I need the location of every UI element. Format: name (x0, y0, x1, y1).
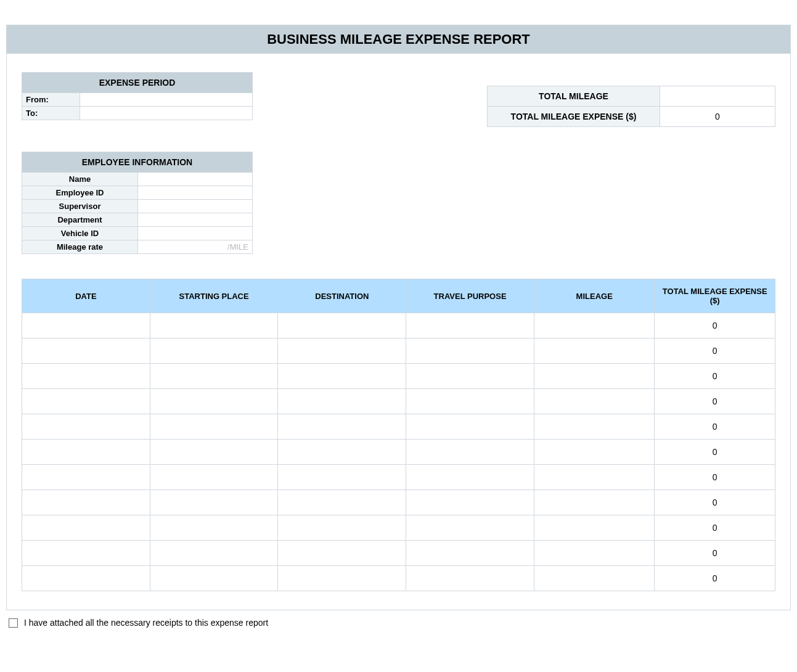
date-cell[interactable] (22, 515, 150, 541)
period-to-input[interactable] (84, 109, 248, 118)
purpose-cell[interactable] (406, 364, 534, 389)
date-cell[interactable] (22, 490, 150, 515)
employee-row-value[interactable] (138, 213, 252, 226)
table-row: 0 (22, 440, 775, 465)
mileage-cell[interactable] (534, 389, 655, 414)
dest-cell[interactable] (278, 490, 406, 515)
total-cell: 0 (655, 566, 775, 591)
dest-cell[interactable] (278, 440, 406, 465)
top-section: EXPENSE PERIOD From: To: TOTAL MILEAGE T… (22, 72, 775, 127)
employee-row-value[interactable] (138, 200, 252, 213)
dest-cell[interactable] (278, 465, 406, 490)
total-cell: 0 (655, 364, 775, 389)
purpose-cell[interactable] (406, 338, 534, 364)
employee-info-header: EMPLOYEE INFORMATION (22, 152, 253, 173)
employee-row-label: Vehicle ID (22, 227, 138, 240)
purpose-cell[interactable] (406, 566, 534, 591)
dest-cell[interactable] (278, 541, 406, 566)
purpose-cell[interactable] (406, 515, 534, 541)
start-cell[interactable] (150, 338, 278, 364)
mileage-cell[interactable] (534, 338, 655, 364)
employee-row: Employee ID (22, 186, 253, 200)
start-cell[interactable] (150, 566, 278, 591)
date-cell[interactable] (22, 566, 150, 591)
mileage-cell[interactable] (534, 490, 655, 515)
employee-row: Mileage rate/MILE (22, 240, 253, 254)
purpose-cell[interactable] (406, 414, 534, 440)
total-cell: 0 (655, 338, 775, 364)
period-to-value[interactable] (80, 107, 252, 120)
dest-cell[interactable] (278, 389, 406, 414)
start-cell[interactable] (150, 490, 278, 515)
date-cell[interactable] (22, 389, 150, 414)
start-cell[interactable] (150, 515, 278, 541)
mileage-cell[interactable] (534, 541, 655, 566)
period-to-row: To: (22, 107, 253, 120)
employee-row-value[interactable] (138, 186, 252, 199)
dest-cell[interactable] (278, 364, 406, 389)
mileage-column-header: TRAVEL PURPOSE (406, 279, 534, 313)
dest-cell[interactable] (278, 313, 406, 338)
table-row: 0 (22, 389, 775, 414)
employee-row-value[interactable] (138, 173, 252, 186)
total-cell: 0 (655, 313, 775, 338)
report-content: EXPENSE PERIOD From: To: TOTAL MILEAGE T… (7, 54, 790, 610)
purpose-cell[interactable] (406, 465, 534, 490)
period-from-row: From: (22, 93, 253, 107)
table-row: 0 (22, 515, 775, 541)
employee-row: Department (22, 213, 253, 227)
expense-period-box: EXPENSE PERIOD From: To: (22, 72, 253, 120)
total-cell: 0 (655, 414, 775, 440)
date-cell[interactable] (22, 440, 150, 465)
start-cell[interactable] (150, 414, 278, 440)
start-cell[interactable] (150, 389, 278, 414)
employee-row-value[interactable]: /MILE (138, 240, 252, 253)
expense-period-header: EXPENSE PERIOD (22, 72, 253, 93)
date-cell[interactable] (22, 364, 150, 389)
start-cell[interactable] (150, 465, 278, 490)
dest-cell[interactable] (278, 515, 406, 541)
dest-cell[interactable] (278, 566, 406, 591)
purpose-cell[interactable] (406, 490, 534, 515)
start-cell[interactable] (150, 440, 278, 465)
purpose-cell[interactable] (406, 440, 534, 465)
table-row: 0 (22, 338, 775, 364)
date-cell[interactable] (22, 338, 150, 364)
date-cell[interactable] (22, 541, 150, 566)
date-cell[interactable] (22, 313, 150, 338)
purpose-cell[interactable] (406, 389, 534, 414)
total-mileage-value (660, 86, 775, 106)
total-cell: 0 (655, 389, 775, 414)
mileage-cell[interactable] (534, 364, 655, 389)
start-cell[interactable] (150, 541, 278, 566)
employee-row-value[interactable] (138, 227, 252, 240)
employee-row-label: Name (22, 173, 138, 186)
date-cell[interactable] (22, 465, 150, 490)
totals-box: TOTAL MILEAGE TOTAL MILEAGE EXPENSE ($) … (487, 86, 775, 127)
mileage-cell[interactable] (534, 313, 655, 338)
total-cell: 0 (655, 490, 775, 515)
start-cell[interactable] (150, 364, 278, 389)
purpose-cell[interactable] (406, 541, 534, 566)
period-to-label: To: (22, 107, 80, 120)
mileage-column-header: MILEAGE (534, 279, 655, 313)
mileage-cell[interactable] (534, 440, 655, 465)
footer-check-row: I have attached all the necessary receip… (9, 618, 791, 628)
employee-row: Supervisor (22, 200, 253, 213)
period-from-value[interactable] (80, 93, 252, 106)
date-cell[interactable] (22, 414, 150, 440)
purpose-cell[interactable] (406, 313, 534, 338)
receipts-checkbox[interactable] (9, 618, 18, 628)
employee-row: Vehicle ID (22, 227, 253, 240)
period-from-input[interactable] (84, 95, 248, 104)
mileage-column-header: DATE (22, 279, 150, 313)
mileage-cell[interactable] (534, 515, 655, 541)
mileage-cell[interactable] (534, 465, 655, 490)
report-title: BUSINESS MILEAGE EXPENSE REPORT (7, 25, 790, 54)
dest-cell[interactable] (278, 414, 406, 440)
total-cell: 0 (655, 515, 775, 541)
start-cell[interactable] (150, 313, 278, 338)
mileage-cell[interactable] (534, 566, 655, 591)
mileage-cell[interactable] (534, 414, 655, 440)
dest-cell[interactable] (278, 338, 406, 364)
